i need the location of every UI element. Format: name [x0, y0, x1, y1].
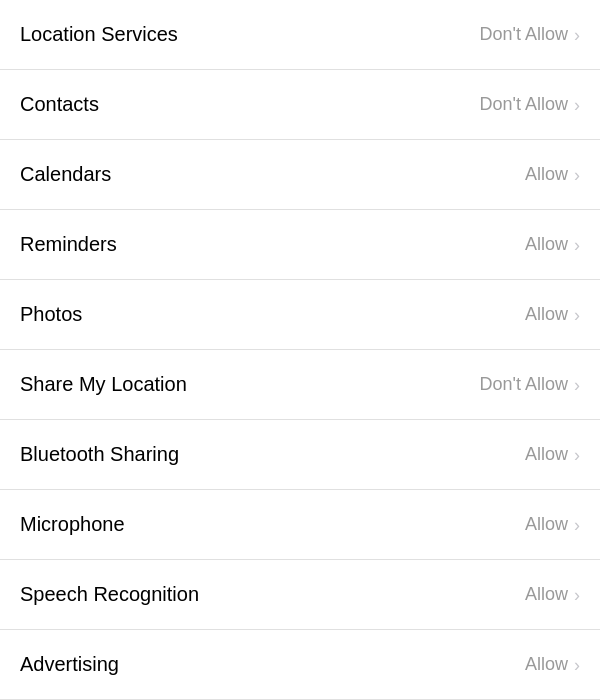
- label-photos: Photos: [20, 303, 82, 326]
- row-right-microphone: Allow›: [525, 514, 580, 535]
- value-share-my-location: Don't Allow: [480, 374, 568, 395]
- value-microphone: Allow: [525, 514, 568, 535]
- chevron-icon-share-my-location: ›: [574, 376, 580, 394]
- label-calendars: Calendars: [20, 163, 111, 186]
- settings-row-microphone[interactable]: MicrophoneAllow›: [0, 490, 600, 560]
- settings-list: Location ServicesDon't Allow›ContactsDon…: [0, 0, 600, 700]
- value-bluetooth-sharing: Allow: [525, 444, 568, 465]
- settings-row-reminders[interactable]: RemindersAllow›: [0, 210, 600, 280]
- chevron-icon-photos: ›: [574, 306, 580, 324]
- row-right-reminders: Allow›: [525, 234, 580, 255]
- value-advertising: Allow: [525, 654, 568, 675]
- row-right-calendars: Allow›: [525, 164, 580, 185]
- value-speech-recognition: Allow: [525, 584, 568, 605]
- value-contacts: Don't Allow: [480, 94, 568, 115]
- row-right-share-my-location: Don't Allow›: [480, 374, 580, 395]
- settings-row-advertising[interactable]: AdvertisingAllow›: [0, 630, 600, 700]
- row-right-contacts: Don't Allow›: [480, 94, 580, 115]
- label-speech-recognition: Speech Recognition: [20, 583, 199, 606]
- settings-row-location-services[interactable]: Location ServicesDon't Allow›: [0, 0, 600, 70]
- chevron-icon-bluetooth-sharing: ›: [574, 446, 580, 464]
- label-share-my-location: Share My Location: [20, 373, 187, 396]
- row-right-photos: Allow›: [525, 304, 580, 325]
- label-contacts: Contacts: [20, 93, 99, 116]
- value-photos: Allow: [525, 304, 568, 325]
- chevron-icon-calendars: ›: [574, 166, 580, 184]
- settings-row-photos[interactable]: PhotosAllow›: [0, 280, 600, 350]
- settings-row-speech-recognition[interactable]: Speech RecognitionAllow›: [0, 560, 600, 630]
- label-microphone: Microphone: [20, 513, 125, 536]
- row-right-bluetooth-sharing: Allow›: [525, 444, 580, 465]
- value-location-services: Don't Allow: [480, 24, 568, 45]
- label-advertising: Advertising: [20, 653, 119, 676]
- settings-row-bluetooth-sharing[interactable]: Bluetooth SharingAllow›: [0, 420, 600, 490]
- chevron-icon-contacts: ›: [574, 96, 580, 114]
- row-right-location-services: Don't Allow›: [480, 24, 580, 45]
- label-reminders: Reminders: [20, 233, 117, 256]
- label-bluetooth-sharing: Bluetooth Sharing: [20, 443, 179, 466]
- chevron-icon-microphone: ›: [574, 516, 580, 534]
- row-right-speech-recognition: Allow›: [525, 584, 580, 605]
- settings-row-contacts[interactable]: ContactsDon't Allow›: [0, 70, 600, 140]
- settings-row-share-my-location[interactable]: Share My LocationDon't Allow›: [0, 350, 600, 420]
- value-calendars: Allow: [525, 164, 568, 185]
- settings-row-calendars[interactable]: CalendarsAllow›: [0, 140, 600, 210]
- chevron-icon-reminders: ›: [574, 236, 580, 254]
- chevron-icon-location-services: ›: [574, 26, 580, 44]
- chevron-icon-speech-recognition: ›: [574, 586, 580, 604]
- value-reminders: Allow: [525, 234, 568, 255]
- label-location-services: Location Services: [20, 23, 178, 46]
- row-right-advertising: Allow›: [525, 654, 580, 675]
- chevron-icon-advertising: ›: [574, 656, 580, 674]
